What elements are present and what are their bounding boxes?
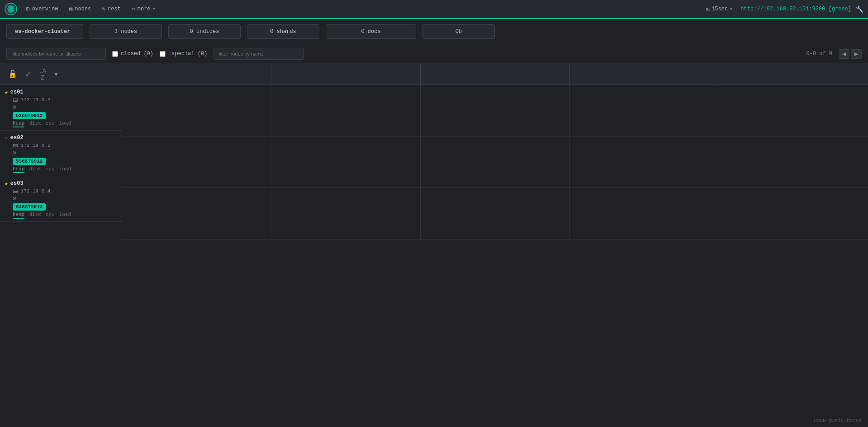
node-es03-load[interactable]: load [59,212,71,219]
cluster-url[interactable]: http://192.168.92.131:9200 [green] [740,6,851,12]
node-es01-role-icon: ⎋ [13,104,16,111]
es02-cell-1 [122,136,271,188]
toolbar-row: 🔓 ⤢ ↓AZ ▾ [0,63,122,85]
pagination-next-button[interactable]: ▶ [851,49,862,59]
node-es01-name: es01 [10,89,24,95]
pagination-info: 0-0 of 0 [806,51,832,57]
pagination-prev-button[interactable]: ◀ [839,49,849,59]
nav-overview[interactable]: ⊞ overview [22,4,62,14]
es02-cell-3 [421,136,570,188]
node-es02-disk-icon: 🖴 [13,143,18,148]
es01-cell-4 [570,85,719,136]
lock-toggle-button[interactable]: 🔓 [5,68,20,80]
footer-credit: CSDN @Zain_horse [814,418,862,423]
filter-bar: closed (0) .special (0) 0-0 of 0 ◀ ▶ [0,44,868,63]
node-es03-metrics: heap disk cpu load [13,212,117,219]
pagination-buttons: ◀ ▶ [839,49,862,59]
index-col-4 [570,63,719,84]
index-col-3 [421,63,570,84]
app-logo[interactable] [5,3,17,15]
indices-count-value: 0 indices [190,28,219,35]
closed-filter-text: closed (0) [121,51,153,57]
node-es03-badge: 536870912 [13,203,46,211]
shards-count-value: 0 shards [270,28,296,35]
es01-cell-1 [122,85,271,136]
es03-cell-3 [421,188,570,239]
storage-box: 0b [422,24,495,39]
view-dropdown-button[interactable]: ▾ [52,68,61,80]
nodes-filter-input[interactable] [213,48,304,60]
node-es02-cpu[interactable]: cpu [46,166,55,173]
nodes-icon: ▤ [69,5,72,13]
node-es01-load[interactable]: load [59,121,71,127]
node-es01-disk-icon: 🖴 [13,97,18,103]
refresh-button[interactable]: ↻ 15sec ▾ [702,4,736,14]
special-filter-checkbox[interactable] [160,51,166,57]
node-es01-cpu[interactable]: cpu [46,121,55,127]
nav-right-section: ↻ 15sec ▾ http://192.168.92.131:9200 [gr… [702,4,863,14]
node-es02-disk[interactable]: disk [29,166,41,173]
nav-more[interactable]: ✂ more ▾ [127,4,160,14]
es02-cell-2 [271,136,421,188]
es01-cell-5 [719,85,868,136]
node-es02-badge: 536870912 [13,158,46,165]
special-filter-label[interactable]: .special (0) [160,51,207,57]
indices-header-row [122,63,868,85]
node-es02-heap[interactable]: heap [13,166,24,173]
es01-cell-3 [421,85,570,136]
node-es02-metrics: heap disk cpu load [13,166,117,173]
special-filter-text: .special (0) [168,51,207,57]
node-es02-load[interactable]: load [59,166,71,173]
overview-icon: ⊞ [26,5,30,13]
node-es01-badge: 536870912 [13,112,46,119]
more-dropdown-icon: ▾ [153,6,156,12]
docs-count-value: 0 docs [361,28,380,35]
refresh-dropdown-icon: ▾ [730,6,732,12]
node-es03-star[interactable]: ★ [5,180,8,187]
indices-filter-input[interactable] [6,48,106,60]
node-es03-role-icon: ⎋ [13,195,16,202]
main-content-area: 🔓 ⤢ ↓AZ ▾ ★ es01 🖴 172.19.0.3 ⎋ 53687091… [0,63,868,418]
nav-nodes-label: nodes [75,6,91,12]
indices-count-box: 0 indices [168,24,241,39]
node-es03-content-row [122,188,868,239]
nav-more-label: more [138,6,151,12]
node-row-es01: ★ es01 🖴 172.19.0.3 ⎋ 536870912 heap dis… [0,85,122,131]
node-es02-content-row [122,136,868,188]
node-es03-ip: 🖴 172.19.0.4 [13,188,117,194]
node-es03-type-icon: ⎋ [13,195,117,202]
closed-filter-checkbox[interactable] [112,51,118,57]
nav-rest[interactable]: ✎ rest [97,4,125,14]
node-es03-disk-icon: 🖴 [13,188,18,194]
node-es02-name: es02 [10,135,24,141]
node-es01-ip: 🖴 172.19.0.3 [13,97,117,103]
nodes-count-box: 3 nodes [90,24,162,39]
nodes-panel: 🔓 ⤢ ↓AZ ▾ ★ es01 🖴 172.19.0.3 ⎋ 53687091… [0,63,122,418]
node-row-es03: ★ es03 🖴 172.19.0.4 ⎋ 536870912 heap dis… [0,176,122,222]
cluster-name-box: es-docker-cluster [6,24,83,39]
node-es01-metrics: heap disk cpu load [13,121,117,127]
node-es01-heap[interactable]: heap [13,121,24,127]
node-row-es02: ☆ es02 🖴 172.19.0.2 ⎋ 536870912 heap dis… [0,131,122,176]
node-es03-disk[interactable]: disk [29,212,41,219]
closed-filter-label[interactable]: closed (0) [112,51,153,57]
node-es01-disk[interactable]: disk [29,121,41,127]
nav-overview-label: overview [32,6,58,12]
index-col-1 [122,63,271,84]
node-es02-star[interactable]: ☆ [5,134,8,141]
sort-az-button[interactable]: ↓AZ [37,66,49,83]
nodes-count-value: 3 nodes [114,28,137,35]
node-es03-cpu[interactable]: cpu [46,212,55,219]
nav-nodes[interactable]: ▤ nodes [64,4,95,14]
wrench-icon[interactable]: 🔧 [856,5,863,13]
top-navigation: ⊞ overview ▤ nodes ✎ rest ✂ more ▾ ↻ 15s… [0,0,868,19]
expand-button[interactable]: ⤢ [23,68,34,80]
svg-point-3 [8,9,14,13]
node-es01-content-row [122,85,868,136]
rest-icon: ✎ [102,5,105,13]
more-icon: ✂ [132,5,135,13]
node-es03-heap[interactable]: heap [13,212,24,219]
indices-area [122,63,868,418]
node-es02-type-icon: ⎋ [13,149,117,156]
node-es01-star[interactable]: ★ [5,89,8,96]
